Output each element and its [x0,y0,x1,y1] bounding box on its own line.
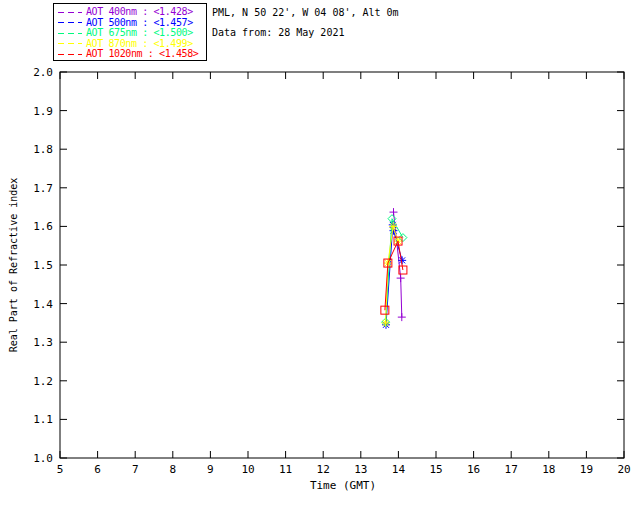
x-tick-label: 19 [580,463,593,476]
y-tick-label: 1.9 [33,105,53,118]
legend-entry-label: AOT 870nm : <1.499> [86,39,193,49]
data-point-marker [398,313,406,321]
legend-entry: AOT 400nm : <1.428> [58,7,206,18]
data-point-marker [382,319,390,327]
x-tick-label: 8 [169,463,176,476]
y-axis-title: Real Part of Refractive index [8,178,19,353]
y-tick-label: 1.1 [33,413,53,426]
x-tick-label: 11 [279,463,292,476]
data-point-marker [397,274,405,282]
plot-frame [60,72,624,458]
data-point-marker [399,234,407,242]
series-aot-1020nm [381,237,407,314]
x-tick-label: 17 [505,463,518,476]
x-tick-label: 18 [542,463,555,476]
x-tick-label: 13 [354,463,367,476]
x-tick-label: 12 [317,463,330,476]
legend-entry: AOT 1020nm : <1.458> [58,49,206,60]
x-tick-label: 14 [392,463,406,476]
x-tick-label: 16 [467,463,480,476]
x-tick-label: 15 [429,463,442,476]
legend-entry: AOT 675nm : <1.500> [58,28,206,39]
y-tick-label: 1.8 [33,143,53,156]
legend-entry-label: AOT 500nm : <1.457> [86,18,193,28]
y-tick-label: 1.5 [33,259,53,272]
x-tick-label: 10 [241,463,254,476]
legend-entry-label: AOT 400nm : <1.428> [86,7,193,17]
x-tick-label: 5 [57,463,64,476]
data-point-marker [389,222,397,230]
y-tick-label: 1.3 [33,336,53,349]
data-date: Data from: 28 May 2021 [212,26,399,46]
legend-line-sample [58,54,82,55]
x-tick-label: 20 [617,463,630,476]
x-axis-title: Time (GMT) [310,479,376,492]
chart-canvas: 5678910111213141516171819201.01.11.21.31… [0,0,640,512]
station-info: PML, N 50 22', W 04 08', Alt 0m [212,6,399,26]
plot-header: PML, N 50 22', W 04 08', Alt 0m Data fro… [212,6,399,46]
y-tick-label: 1.4 [33,298,53,311]
refractive-index-plot-page: AOT 400nm : <1.428>AOT 500nm : <1.457>AO… [0,0,640,512]
plot-series [381,208,407,329]
y-tick-label: 1.7 [33,182,53,195]
legend-entry-label: AOT 1020nm : <1.458> [86,49,198,59]
legend-line-sample [58,33,82,34]
legend-box: AOT 400nm : <1.428>AOT 500nm : <1.457>AO… [53,3,207,61]
data-point-marker [390,208,398,216]
x-tick-label: 6 [94,463,101,476]
axes: 5678910111213141516171819201.01.11.21.31… [33,66,631,476]
legend-entry-label: AOT 675nm : <1.500> [86,28,193,38]
x-tick-label: 9 [207,463,214,476]
x-tick-label: 7 [132,463,139,476]
legend-line-sample [58,22,82,23]
y-tick-label: 1.6 [33,220,53,233]
legend-line-sample [58,12,82,13]
y-tick-label: 2.0 [33,66,53,79]
legend-line-sample [58,43,82,44]
y-tick-label: 1.2 [33,375,53,388]
y-tick-label: 1.0 [33,452,53,465]
